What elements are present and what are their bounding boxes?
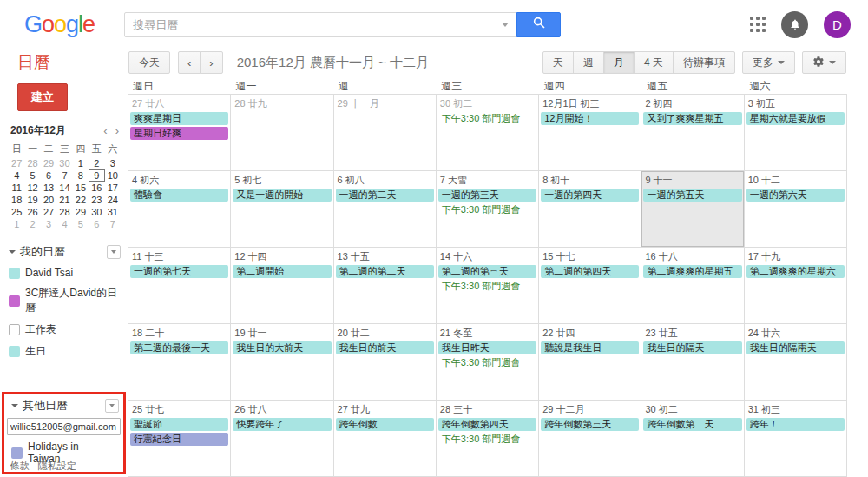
mini-calendar-date[interactable]: 19 [24,194,40,206]
mini-calendar-date[interactable]: 22 [73,194,89,206]
mini-calendar-date[interactable]: 30 [56,157,72,169]
day-cell[interactable]: 22 廿四聽說是我生日 [539,324,641,401]
mini-calendar-date[interactable]: 1 [9,218,24,230]
day-cell[interactable]: 12月1日 初三12月開始！ [539,95,641,171]
event[interactable]: 下午3:30 部門週會 [438,112,536,125]
event[interactable]: 聖誕節 [130,418,228,431]
event[interactable]: 行憲紀念日 [130,433,228,446]
event[interactable]: 一週的第三天 [438,189,536,202]
create-button[interactable]: 建立 [17,83,68,111]
day-cell[interactable]: 27 廿九跨年倒數 [334,401,437,477]
event[interactable]: 聽說是我生日 [541,341,639,354]
day-cell[interactable]: 30 初二跨年倒數第二天 [641,401,744,477]
mini-calendar-date[interactable]: 10 [105,169,121,182]
event[interactable]: 第二週爽爽的星期六 [746,265,845,278]
event[interactable]: 第二週的最後一天 [130,341,228,354]
mini-calendar-date[interactable]: 3 [41,218,56,230]
mini-calendar-date[interactable]: 27 [41,206,56,218]
day-cell[interactable]: 23 廿五我生日的隔天 [641,324,744,401]
view-tasks-button[interactable]: 待辦事項 [673,51,735,74]
prev-button[interactable]: ‹ [178,51,201,74]
day-cell[interactable]: 24 廿六我生日的隔兩天 [745,324,847,401]
mini-calendar-date[interactable]: 2 [24,218,40,230]
mini-calendar-date[interactable]: 17 [105,182,121,194]
day-cell[interactable]: 6 初八一週的第二天 [334,171,437,248]
event[interactable]: 快要跨年了 [233,418,331,431]
event[interactable]: 又到了爽爽星期五 [643,112,741,125]
avatar[interactable]: D [824,11,851,38]
event[interactable]: 又是一週的開始 [233,189,331,202]
mini-calendar-date[interactable]: 11 [9,182,24,194]
event[interactable]: 爽爽星期日 [130,112,228,125]
event[interactable]: 第二週的第四天 [541,265,639,278]
search-dropdown-caret-icon[interactable] [502,23,509,27]
mini-calendar-date[interactable]: 14 [56,182,72,194]
event[interactable]: 跨年倒數第三天 [541,418,639,431]
mini-calendar-date[interactable]: 26 [24,206,40,218]
event[interactable]: 下午3:30 部門週會 [438,203,536,216]
event[interactable]: 跨年！ [746,418,845,431]
view-week-button[interactable]: 週 [573,51,604,74]
mini-calendar-date[interactable]: 16 [89,182,104,194]
event[interactable]: 一週的第五天 [643,189,741,202]
my-calendars-header[interactable]: 我的日曆 [0,241,128,263]
event[interactable]: 我生日的前天 [336,341,434,354]
mini-calendar-date[interactable]: 28 [56,206,72,218]
day-cell[interactable]: 14 十六第二週的第三天下午3:30 部門週會 [437,248,539,324]
mini-calendar-date[interactable]: 27 [9,157,24,169]
event[interactable]: 跨年倒數 [336,418,434,431]
view-4days-button[interactable]: 4 天 [634,51,674,74]
event[interactable]: 一週的第六天 [746,189,845,202]
event[interactable]: 星期六就是要放假 [746,112,845,125]
day-cell[interactable]: 21 冬至我生日昨天下午3:30 部門週會 [437,324,539,401]
event[interactable]: 跨年倒數第二天 [643,418,741,431]
day-cell[interactable]: 7 大雪一週的第三天下午3:30 部門週會 [437,171,539,248]
mini-calendar-date[interactable]: 25 [9,206,24,218]
day-cell[interactable]: 12 十四第二週開始 [231,248,333,324]
day-cell[interactable]: 15 十七第二週的第四天 [539,248,641,324]
mini-calendar-date[interactable]: 29 [73,206,89,218]
event[interactable]: 第二週開始 [233,265,331,278]
mini-calendar-date[interactable]: 6 [89,218,104,230]
mini-calendar-date[interactable]: 28 [24,157,40,169]
day-cell[interactable]: 28 廿九 [231,95,333,171]
event[interactable]: 我生日的隔天 [643,341,741,354]
mini-calendar-date[interactable]: 24 [105,194,121,206]
day-cell[interactable]: 11 十三一週的第七天 [128,248,231,324]
mini-calendar-date[interactable]: 29 [41,157,56,169]
day-cell[interactable]: 2 初四又到了爽爽星期五 [641,95,744,171]
mini-calendar-date[interactable]: 12 [24,182,40,194]
google-logo[interactable]: Google [24,11,95,38]
day-cell[interactable]: 29 十二月跨年倒數第三天 [539,401,641,477]
mini-calendar-date[interactable]: 18 [9,194,24,206]
day-cell[interactable]: 5 初七又是一週的開始 [231,171,333,248]
calendar-list-item[interactable]: 工作表 [0,319,128,341]
my-calendars-menu-button[interactable] [107,245,121,259]
day-cell[interactable]: 27 廿八爽爽星期日星期日好爽 [128,95,231,171]
mini-calendar-next-button[interactable]: › [115,124,119,137]
mini-calendar-date[interactable]: 4 [56,218,72,230]
day-cell[interactable]: 3 初五星期六就是要放假 [745,95,847,171]
next-button[interactable]: › [200,51,222,74]
day-cell[interactable]: 18 二十第二週的最後一天 [128,324,231,401]
day-cell[interactable]: 8 初十一週的第四天 [539,171,641,248]
day-cell[interactable]: 9 十一一週的第五天 [641,171,744,248]
calendar-list-item[interactable]: 生日 [0,341,128,362]
mini-calendar-date[interactable]: 20 [41,194,56,206]
day-cell[interactable]: 26 廿八快要跨年了 [231,401,333,477]
event[interactable]: 一週的第二天 [336,189,434,202]
day-cell[interactable]: 20 廿二我生日的前天 [334,324,437,401]
mini-calendar-date[interactable]: 9 [89,169,104,182]
event[interactable]: 星期日好爽 [130,127,228,140]
search-input[interactable] [124,12,516,37]
terms-link[interactable]: 條款 [10,460,30,471]
mini-calendar-date[interactable]: 6 [41,169,56,182]
day-cell[interactable]: 30 初二下午3:30 部門週會 [437,95,539,171]
event[interactable]: 一週的第七天 [130,265,228,278]
more-button[interactable]: 更多 [742,51,795,74]
mini-calendar-date[interactable]: 7 [105,218,121,230]
event[interactable]: 第二週的第二天 [336,265,434,278]
day-cell[interactable]: 31 初三跨年！ [745,401,847,477]
event[interactable]: 我生日的隔兩天 [746,341,845,354]
privacy-link[interactable]: 隱私設定 [38,460,76,471]
